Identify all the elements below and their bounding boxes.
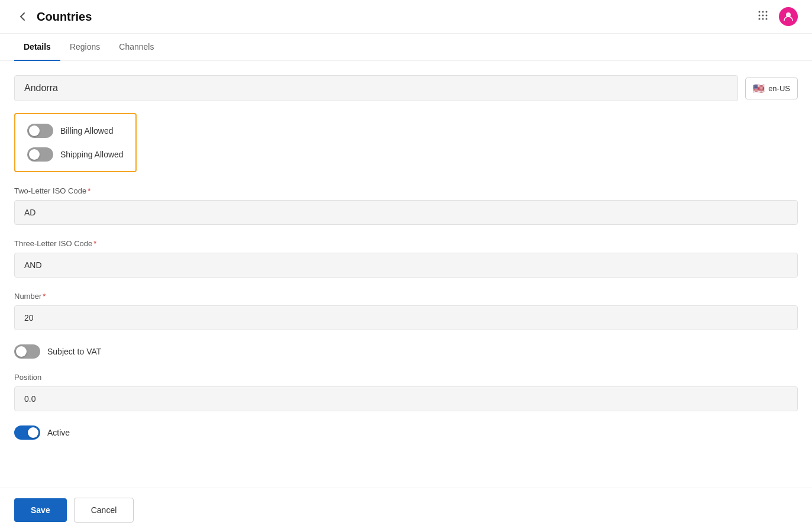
three-letter-iso-label: Three-Letter ISO Code* bbox=[14, 239, 798, 248]
number-input[interactable] bbox=[14, 305, 798, 330]
subject-to-vat-row: Subject to VAT bbox=[14, 344, 798, 359]
svg-point-7 bbox=[762, 18, 764, 20]
svg-point-0 bbox=[759, 11, 761, 12]
svg-point-5 bbox=[766, 14, 768, 16]
grid-icon[interactable] bbox=[756, 9, 769, 25]
position-input[interactable] bbox=[14, 386, 798, 411]
active-label: Active bbox=[47, 428, 70, 437]
tab-details[interactable]: Details bbox=[14, 34, 60, 61]
subject-to-vat-label: Subject to VAT bbox=[47, 347, 101, 356]
number-field: Number* bbox=[14, 292, 798, 330]
active-toggle[interactable] bbox=[14, 425, 40, 440]
position-label: Position bbox=[14, 373, 798, 382]
shipping-allowed-label: Shipping Allowed bbox=[60, 150, 124, 159]
active-row: Active bbox=[14, 425, 798, 440]
billing-allowed-row: Billing Allowed bbox=[27, 124, 124, 138]
position-field: Position bbox=[14, 373, 798, 411]
tabs-bar: Details Regions Channels bbox=[0, 34, 812, 61]
top-bar-right bbox=[756, 7, 798, 26]
svg-point-6 bbox=[759, 18, 761, 20]
top-bar: Countries bbox=[0, 0, 812, 34]
two-letter-iso-field: Two-Letter ISO Code* bbox=[14, 186, 798, 225]
subject-to-vat-toggle[interactable] bbox=[14, 344, 40, 359]
shipping-allowed-toggle[interactable] bbox=[27, 147, 53, 162]
tab-channels[interactable]: Channels bbox=[109, 34, 163, 61]
three-letter-iso-field: Three-Letter ISO Code* bbox=[14, 239, 798, 278]
svg-point-3 bbox=[759, 14, 761, 16]
bottom-actions: Save Cancel bbox=[0, 488, 812, 532]
svg-point-8 bbox=[766, 18, 768, 20]
tab-regions[interactable]: Regions bbox=[60, 34, 109, 61]
three-letter-iso-input[interactable] bbox=[14, 253, 798, 278]
required-star-3: * bbox=[43, 292, 46, 301]
flag-icon: 🇺🇸 bbox=[753, 83, 765, 94]
required-star-2: * bbox=[93, 239, 96, 248]
shipping-allowed-row: Shipping Allowed bbox=[27, 147, 124, 162]
language-code: en-US bbox=[768, 84, 790, 93]
billing-allowed-label: Billing Allowed bbox=[60, 126, 114, 136]
page-title: Countries bbox=[37, 10, 92, 24]
country-name-row: 🇺🇸 en-US bbox=[14, 75, 798, 101]
back-button[interactable] bbox=[14, 8, 31, 25]
cancel-button[interactable]: Cancel bbox=[74, 498, 134, 523]
number-label: Number* bbox=[14, 292, 798, 301]
svg-point-1 bbox=[762, 11, 764, 12]
top-bar-left: Countries bbox=[14, 8, 92, 25]
svg-point-2 bbox=[766, 11, 768, 12]
billing-allowed-toggle[interactable] bbox=[27, 124, 53, 138]
two-letter-iso-label: Two-Letter ISO Code* bbox=[14, 186, 798, 195]
two-letter-iso-input[interactable] bbox=[14, 200, 798, 225]
toggles-section: Billing Allowed Shipping Allowed bbox=[14, 113, 137, 172]
content-area: 🇺🇸 en-US Billing Allowed Shipping Al bbox=[0, 61, 812, 488]
back-icon bbox=[17, 11, 28, 22]
avatar[interactable] bbox=[779, 7, 798, 26]
required-star: * bbox=[88, 186, 90, 195]
country-name-input[interactable] bbox=[14, 75, 738, 101]
svg-point-4 bbox=[762, 14, 764, 16]
save-button[interactable]: Save bbox=[14, 498, 67, 522]
language-badge[interactable]: 🇺🇸 en-US bbox=[745, 78, 798, 99]
